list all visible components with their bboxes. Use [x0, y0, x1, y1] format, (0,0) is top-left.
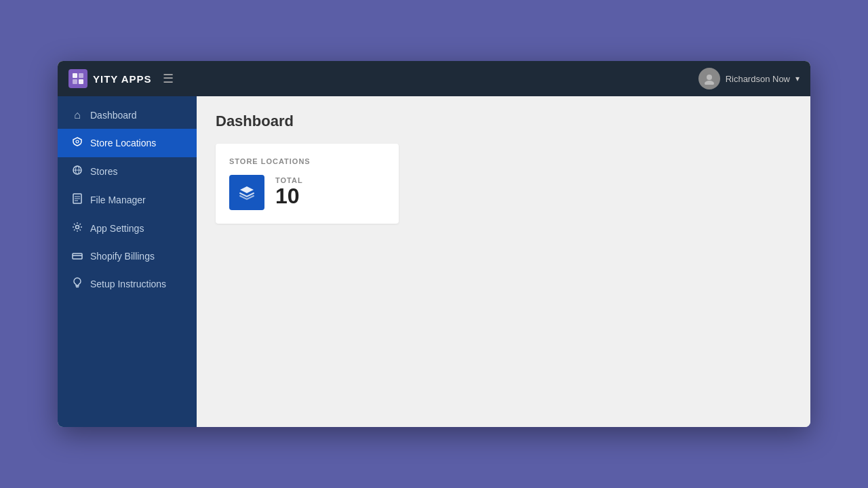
card-body: TOTAL 10	[229, 175, 385, 210]
svg-point-11	[76, 226, 79, 229]
svg-rect-0	[73, 73, 77, 78]
hamburger-icon[interactable]: ☰	[163, 71, 174, 86]
sidebar-item-store-locations[interactable]: Store Locations	[58, 129, 197, 157]
gear-icon	[71, 222, 83, 235]
sidebar-label-store-locations: Store Locations	[90, 138, 156, 148]
user-avatar	[698, 68, 720, 89]
svg-point-6	[76, 140, 79, 143]
sidebar-item-setup-instructions[interactable]: Setup Instructions	[58, 270, 197, 298]
sidebar-item-shopify-billings[interactable]: Shopify Billings	[58, 243, 197, 270]
svg-point-4	[707, 75, 712, 80]
page-title: Dashboard	[216, 113, 791, 130]
svg-point-5	[705, 81, 714, 85]
sidebar-label-file-manager: File Manager	[90, 195, 146, 205]
topbar: YITY APPS ☰ Richardson Now ▾	[58, 61, 810, 96]
sidebar-item-stores[interactable]: Stores	[58, 157, 197, 186]
store-locations-card: STORE LOCATIONS TOTAL 10	[216, 144, 399, 224]
billing-icon	[71, 250, 83, 262]
topbar-right: Richardson Now ▾	[698, 68, 800, 89]
sidebar-label-dashboard: Dashboard	[90, 110, 137, 121]
user-chevron-icon[interactable]: ▾	[795, 74, 800, 83]
card-stats: TOTAL 10	[275, 176, 303, 208]
lightbulb-icon	[71, 277, 83, 291]
svg-rect-1	[79, 73, 83, 78]
sidebar-label-shopify-billings: Shopify Billings	[90, 251, 155, 262]
sidebar: ⌂ Dashboard Store Locations	[58, 96, 197, 427]
sidebar-item-app-settings[interactable]: App Settings	[58, 214, 197, 243]
svg-rect-3	[79, 79, 83, 84]
globe-icon	[71, 165, 83, 178]
file-icon	[71, 193, 83, 207]
store-locations-icon	[71, 136, 83, 150]
sidebar-label-stores: Stores	[90, 166, 117, 177]
card-title: STORE LOCATIONS	[229, 157, 385, 165]
svg-rect-12	[73, 253, 82, 259]
user-name: Richardson Now	[726, 74, 790, 84]
card-icon	[229, 175, 264, 210]
sidebar-item-file-manager[interactable]: File Manager	[58, 186, 197, 214]
logo-icon	[68, 69, 87, 88]
sidebar-label-setup-instructions: Setup Instructions	[90, 279, 166, 289]
svg-rect-2	[73, 79, 77, 84]
content-area: Dashboard STORE LOCATIONS TOTAL 10	[197, 96, 810, 427]
sidebar-label-app-settings: App Settings	[90, 223, 144, 234]
home-icon: ⌂	[71, 109, 83, 121]
browser-window: YITY APPS ☰ Richardson Now ▾ ⌂ Dashboard	[58, 61, 810, 427]
sidebar-item-dashboard[interactable]: ⌂ Dashboard	[58, 102, 197, 129]
app-name: YITY APPS	[93, 73, 152, 85]
main-layout: ⌂ Dashboard Store Locations	[58, 96, 810, 427]
stat-value: 10	[275, 184, 303, 208]
logo-area: YITY APPS	[68, 69, 152, 88]
